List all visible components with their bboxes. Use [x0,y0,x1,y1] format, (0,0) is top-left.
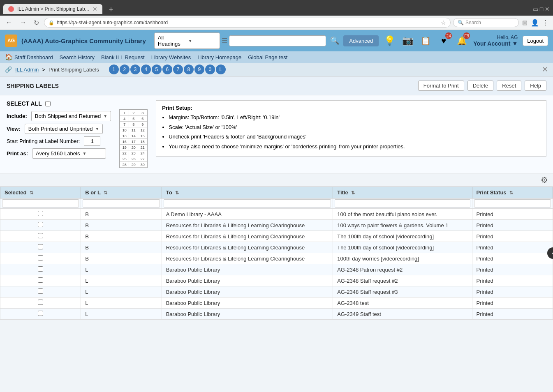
nav-library-websites-link[interactable]: Library Websites [151,54,191,60]
nav-library-websites-label: Library Websites [151,54,191,60]
step-tab[interactable]: L [216,65,226,74]
row-bol: L [81,286,162,297]
col-title: Title ⇅ [333,187,472,198]
sort-title-icon[interactable]: ⇅ [351,190,355,195]
row-title: AG-2348 test [333,297,472,309]
step-tab[interactable]: 0 [205,65,215,74]
start-label-input[interactable]: 1 [84,136,100,146]
row-checkbox[interactable] [38,311,43,316]
favorites-badge: 24 [445,32,452,39]
shipping-labels-header: SHIPPING LABELS Format to Print Delete R… [0,76,553,95]
include-value: Both Shipped and Returned [35,113,101,119]
col-title-label: Title [337,189,348,196]
step-tab[interactable]: 5 [152,65,162,74]
col-selected: Selected ⇅ [0,187,81,198]
active-tab[interactable]: ILL Admin > Print Shipping Lab... ✕ [3,4,102,14]
row-checkbox[interactable] [38,266,43,272]
bookmark-icon[interactable]: ☆ [441,19,446,26]
label-grid-cell: 25 [120,156,129,162]
row-checkbox[interactable] [38,244,43,249]
back-button[interactable]: ← [3,18,15,27]
window-controls[interactable]: ▭ □ ✕ [533,6,550,12]
row-checkbox[interactable] [38,300,43,305]
table-row: LBaraboo Public LibraryAG-2348 Patron re… [0,264,553,275]
lightbulb-icon[interactable]: 💡 [383,34,396,47]
row-checkbox-cell [0,242,81,253]
filter-to-input[interactable] [164,199,331,208]
home-icon: 🏠 [5,53,13,61]
step-tab[interactable]: 2 [120,65,130,74]
filter-title-input[interactable] [335,199,470,208]
close-button[interactable]: ✕ [542,65,548,74]
select-all-checkbox[interactable] [45,101,51,106]
filter-selected [0,198,81,209]
view-dropdown[interactable]: Both Printed and Unprinted ▼ [25,124,103,134]
print-setup-title: Print Setup: [162,105,540,111]
filter-selected-input[interactable] [2,199,79,208]
delete-button[interactable]: Delete [467,81,494,91]
tab-close-icon[interactable]: ✕ [93,6,97,12]
new-tab-button[interactable]: ＋ [104,2,118,16]
row-checkbox[interactable] [38,277,43,283]
more-button[interactable]: ⋮ [541,18,550,28]
step-tab[interactable]: 4 [141,65,151,74]
account-dropdown[interactable]: Your Account ▼ [473,40,518,47]
filter-bol-input[interactable] [83,199,160,208]
include-dropdown[interactable]: Both Shipped and Returned ▼ [31,111,111,121]
step-tab[interactable]: 1 [109,65,119,74]
extensions-button[interactable]: ⊞ [521,18,528,28]
step-tab[interactable]: 7 [173,65,183,74]
step-tab[interactable]: 8 [184,65,194,74]
row-to: Baraboo Public Library [162,275,333,286]
camera-icon[interactable]: 📷 [401,34,414,47]
format-to-print-button[interactable]: Format to Print [418,81,464,91]
row-checkbox[interactable] [38,255,43,261]
sort-print-status-icon[interactable]: ⇅ [509,190,513,195]
sort-selected-icon[interactable]: ⇅ [30,190,33,195]
breadcrumb-admin-link[interactable]: ILL Admin [15,67,39,73]
browser-search-box[interactable]: 🔍 Search [453,18,519,27]
browser-toolbar-icons: ⊞ 👤 ⋮ [521,18,550,28]
row-print_status: Printed [472,220,553,231]
logout-button[interactable]: Logout [523,36,548,46]
nav-home-link[interactable]: 🏠 Staff Dashboard [5,53,53,61]
search-input[interactable] [229,35,326,46]
advanced-button[interactable]: Advanced [343,35,379,46]
forward-button[interactable]: → [17,18,29,27]
print-as-dropdown[interactable]: Avery 5160 Labels ▼ [32,148,106,159]
nav-history-link[interactable]: Search History [60,54,95,60]
gear-button[interactable]: ⚙ [541,175,548,185]
nav-library-homepage-link[interactable]: Library Homepage [197,54,241,60]
reset-button[interactable]: Reset [497,81,521,91]
view-arrow-icon: ▼ [95,127,99,131]
sort-bol-icon[interactable]: ⇅ [104,190,107,195]
row-to: A Demo Library - AAAA [162,209,333,220]
row-checkbox[interactable] [38,233,43,238]
address-bar[interactable]: 🔒 https://qa-stwi-agent.auto-graphics.co… [44,18,451,28]
row-checkbox[interactable] [38,211,43,216]
profile-button[interactable]: 👤 [530,18,540,28]
table-row: LBaraboo Public LibraryAG-2348 Staff req… [0,286,553,297]
filter-print-status-input[interactable] [474,199,551,208]
stack-icon[interactable]: ☰ [222,37,227,45]
row-checkbox[interactable] [38,288,43,294]
list-icon[interactable]: 📋 [419,34,432,47]
heading-select-dropdown[interactable]: All Headings ▼ [154,32,220,49]
sort-to-icon[interactable]: ⇅ [175,190,179,195]
step-tab[interactable]: 6 [162,65,172,74]
step-tabs: 1234567890L [109,65,226,74]
row-checkbox-cell [0,309,81,320]
search-button[interactable]: 🔍 [328,35,342,47]
row-bol: B [81,220,162,231]
row-title: AG-2348 Patron request #2 [333,264,472,275]
row-to: Baraboo Public Library [162,309,333,320]
nav-global-page-link[interactable]: Global Page test [248,54,287,60]
row-checkbox[interactable] [38,222,43,227]
step-tab[interactable]: 9 [194,65,204,74]
nav-blank-ill-link[interactable]: Blank ILL Request [101,54,145,60]
select-all-row: SELECT ALL [7,100,111,107]
label-grid-cell: 21 [138,145,147,150]
help-button[interactable]: Help [525,81,546,91]
reload-button[interactable]: ↻ [31,18,42,28]
step-tab[interactable]: 3 [130,65,140,74]
